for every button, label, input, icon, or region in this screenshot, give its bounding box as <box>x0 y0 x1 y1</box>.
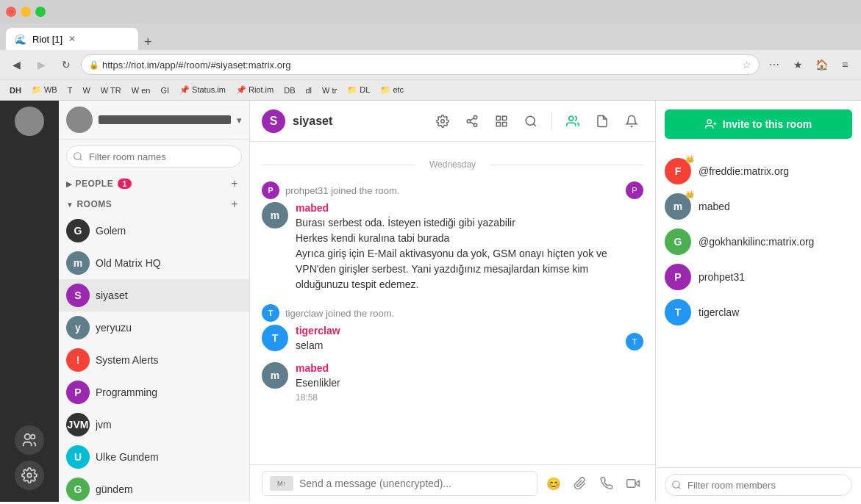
files-button[interactable] <box>590 109 614 133</box>
message-author: mabed <box>296 202 643 214</box>
room-item[interactable]: m Old Matrix HQ <box>59 247 249 279</box>
bookmark-w[interactable]: W <box>79 84 93 96</box>
new-tab-button[interactable]: + <box>138 35 158 50</box>
bookmark-db[interactable]: DB <box>280 84 299 96</box>
chevron-right-icon: ▶ <box>66 180 73 188</box>
message-avatar: m <box>262 362 288 389</box>
extensions-button[interactable]: ⋯ <box>764 54 785 75</box>
search-button[interactable] <box>519 109 543 133</box>
system-avatar: P <box>262 181 279 199</box>
message-row: T tigerclaw selam T <box>262 325 643 353</box>
bookmark-etc[interactable]: 📁 etc <box>376 84 407 96</box>
bookmark-star[interactable]: ☆ <box>742 59 751 71</box>
emoji-button[interactable]: 😊 <box>543 473 564 494</box>
user-menu-button[interactable]: ▾ <box>237 115 242 126</box>
bookmark-wb[interactable]: 📁 WB <box>28 84 61 96</box>
member-item[interactable]: T tigerclaw <box>656 295 861 330</box>
bookmark-button[interactable]: ★ <box>787 54 808 75</box>
system-message-left: P prohpet31 joined the room. <box>262 181 399 199</box>
typing-indicator: M↑ <box>270 476 293 491</box>
menu-button[interactable]: ≡ <box>835 54 855 75</box>
section-rooms[interactable]: ▼ ROOMS + <box>59 194 249 215</box>
settings-icon-button[interactable] <box>15 461 44 490</box>
section-people[interactable]: ▶ PEOPLE 1 + <box>59 173 249 194</box>
voice-call-button[interactable] <box>596 473 617 494</box>
message-line: Herkes kendi kuralına tabi burada <box>296 231 643 246</box>
member-item[interactable]: F 👑 @freddie:matrix.org <box>656 154 861 189</box>
add-room-button[interactable]: + <box>227 197 242 212</box>
room-name: yeryuzu <box>96 322 242 334</box>
member-item[interactable]: G @gokhankilinc:matrix.org <box>656 224 861 259</box>
room-item[interactable]: y yeryuzu <box>59 312 249 344</box>
room-list-panel: ▾ ▶ PEOPLE 1 + ▼ ROOMS + G Golem m Old M… <box>59 101 250 502</box>
video-call-button[interactable] <box>623 473 643 494</box>
room-item[interactable]: P Programming <box>59 376 249 408</box>
room-name: System Alerts <box>96 354 242 366</box>
room-name: jvm <box>96 419 242 431</box>
filter-members-input[interactable] <box>665 474 852 496</box>
refresh-button[interactable]: ↻ <box>56 54 76 75</box>
browser-chrome: 🌊 Riot [1] ✕ + ◀ ▶ ↻ 🔒 https://riot.im/a… <box>0 0 861 101</box>
day-separator: Wednesday <box>262 159 643 170</box>
message-time: 18:58 <box>296 392 643 403</box>
notifications-button[interactable] <box>620 109 643 133</box>
filter-rooms-input[interactable] <box>66 145 242 168</box>
bookmark-g1[interactable]: GI <box>157 84 173 96</box>
back-button[interactable]: ◀ <box>6 54 26 75</box>
user-header-avatar[interactable] <box>66 107 93 133</box>
svg-point-15 <box>569 116 574 120</box>
bookmark-dl[interactable]: dl <box>301 84 315 96</box>
bookmark-dh[interactable]: DH <box>6 84 25 96</box>
crown-icon: 👑 <box>685 190 694 198</box>
message-content: tigerclaw selam <box>296 325 618 353</box>
room-item[interactable]: JVM jvm <box>59 408 249 441</box>
message-content: mabed Burası serbest oda. İsteyen istedi… <box>296 202 643 292</box>
share-button[interactable] <box>460 109 484 133</box>
member-name: mabed <box>699 201 730 212</box>
room-items-container: G Golem m Old Matrix HQ S siyaset y yery… <box>59 215 249 502</box>
room-name: Golem <box>96 225 242 237</box>
bookmark-wtr2[interactable]: W tr <box>318 84 340 96</box>
room-item[interactable]: U Ulke Gundem <box>59 441 249 473</box>
member-item[interactable]: P prohpet31 <box>656 259 861 295</box>
tab-close-button[interactable]: ✕ <box>68 34 76 44</box>
rooms-section-label: ROOMS <box>76 199 112 209</box>
svg-line-14 <box>533 123 535 126</box>
invite-button[interactable]: Invite to this room <box>665 109 852 139</box>
room-item[interactable]: S siyaset <box>59 279 249 312</box>
room-item[interactable]: G gündem <box>59 473 249 502</box>
message-input[interactable] <box>299 478 529 489</box>
bookmark-riot[interactable]: 📌 Riot.im <box>232 84 277 96</box>
grid-view-button[interactable] <box>490 109 513 133</box>
attachment-button[interactable] <box>570 473 590 494</box>
people-badge: 1 <box>118 179 132 189</box>
settings-button[interactable] <box>431 109 454 133</box>
members-button[interactable] <box>561 109 585 133</box>
member-item[interactable]: m 👑 mabed <box>656 189 861 224</box>
bookmark-dl2[interactable]: 📁 DL <box>343 84 374 96</box>
room-avatar: JVM <box>66 413 90 436</box>
forward-button[interactable]: ▶ <box>31 54 51 75</box>
svg-point-0 <box>25 434 30 439</box>
member-avatar: m 👑 <box>665 193 691 220</box>
active-tab[interactable]: 🌊 Riot [1] ✕ <box>6 28 138 50</box>
svg-rect-10 <box>503 116 507 120</box>
tab-title: Riot [1] <box>32 34 62 45</box>
room-item[interactable]: G Golem <box>59 215 249 247</box>
room-avatar: y <box>66 316 90 339</box>
room-item[interactable]: ! System Alerts <box>59 344 249 376</box>
home-button[interactable]: 🏠 <box>811 54 832 75</box>
system-avatar-right: P <box>626 181 643 199</box>
member-list: F 👑 @freddie:matrix.org m 👑 mabed G @gok… <box>656 148 861 467</box>
room-avatar: G <box>66 219 90 242</box>
bookmark-wtr[interactable]: W TR <box>97 84 125 96</box>
people-icon-button[interactable] <box>15 425 44 455</box>
bookmark-wen[interactable]: W en <box>128 84 154 96</box>
bookmark-status[interactable]: 📌 Status.im <box>176 84 229 96</box>
message-text: Burası serbest oda. İsteyen istediği gib… <box>296 215 643 292</box>
svg-point-13 <box>526 116 535 125</box>
user-avatar[interactable] <box>15 107 44 136</box>
add-people-button[interactable]: + <box>227 176 242 191</box>
address-bar[interactable]: 🔒 https://riot.im/app/#/room/#siyaset:ma… <box>81 54 760 75</box>
bookmark-t[interactable]: T <box>64 84 76 96</box>
